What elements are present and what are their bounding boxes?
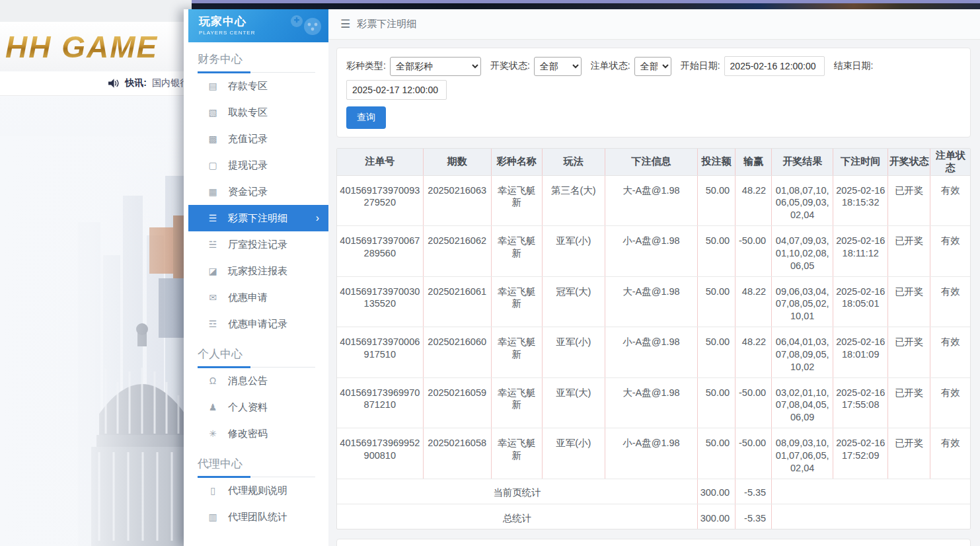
table-cell: 已开奖 (888, 175, 930, 226)
summary-label: 当前页统计 (337, 479, 698, 504)
table-cell: 亚军(小) (542, 226, 605, 277)
news-ticker: 快讯: 国内银行卡 (0, 71, 198, 96)
sidebar-item-label: 玩家投注报表 (228, 265, 287, 278)
table-cell: 大-A盘@1.98 (605, 377, 697, 428)
message-bell-icon: Ω (207, 375, 219, 386)
order-status-select[interactable]: 全部 (634, 57, 671, 76)
sidebar-item-promo-apply[interactable]: ✉优惠申请 (188, 284, 328, 311)
table-cell: 20250216060 (423, 327, 491, 378)
hall-bet-record-icon: ☱ (207, 239, 219, 250)
column-header: 彩种名称 (491, 149, 542, 175)
table-row: 40156917397009327952020250216063幸运飞艇新第三名… (337, 175, 970, 226)
withdraw-icon: ▧ (207, 107, 219, 118)
sidebar-item-recharge-record[interactable]: ▩充值记录 (188, 126, 328, 152)
promo-apply-icon: ✉ (207, 292, 219, 303)
column-header: 开奖结果 (772, 149, 833, 175)
column-header: 投注额 (698, 149, 735, 175)
change-password-gear-icon: ✳ (207, 428, 219, 439)
sidebar-item-agent-rules-doc[interactable]: ▯代理规则说明 (188, 477, 328, 504)
table-cell: 小-A盘@1.98 (605, 226, 697, 277)
table-cell: 亚军(大) (542, 377, 605, 428)
lottery-type-select[interactable]: 全部彩种 (390, 57, 481, 76)
table-cell: 2025-02-16 18:11:12 (833, 226, 888, 277)
table-cell: 50.00 (698, 327, 735, 378)
table-cell: 2025-02-16 17:52:09 (833, 428, 888, 479)
table-cell: 有效 (930, 226, 970, 277)
gamepad-icon (287, 13, 323, 38)
sidebar-item-label: 修改密码 (228, 428, 268, 440)
lottery-bet-detail-icon: ☰ (207, 213, 219, 223)
table-cell: 有效 (930, 327, 970, 378)
pagination-bar: 每页显示20条 共6条 首页 上一页 [1] 下一页 第 页 跳转 (336, 539, 971, 546)
lottery-type-label: 彩种类型: (346, 60, 386, 72)
table-cell: 401569173970093279520 (337, 175, 423, 226)
table-row: 40156917397000691751020250216060幸运飞艇新亚军(… (337, 327, 970, 378)
profile-user-icon: ♟ (207, 402, 219, 412)
sidebar-item-withdrawal-record[interactable]: ▢提现记录 (188, 152, 328, 178)
main-area: ☰ 彩票下注明细 彩种类型: 全部彩种 开奖状态: 全部 注单状 (328, 9, 980, 546)
table-cell: 2025-02-16 18:01:09 (833, 327, 888, 378)
table-cell: 大-A盘@1.98 (605, 276, 697, 327)
summary-bet-total: 300.00 (698, 504, 735, 529)
column-header: 输赢 (735, 149, 772, 175)
sidebar-item-agent-team-stats[interactable]: ▥代理团队统计 (188, 504, 328, 530)
end-date-input[interactable] (346, 80, 447, 100)
query-button[interactable]: 查询 (346, 106, 386, 129)
sidebar-item-label: 取款专区 (228, 106, 268, 119)
sidebar-item-lottery-bet-detail[interactable]: ☰彩票下注明细› (188, 205, 328, 231)
table-cell: 幸运飞艇新 (491, 327, 542, 378)
table-cell: 20250216062 (423, 226, 491, 277)
sidebar-section: 代理中心▯代理规则说明▥代理团队统计 (188, 456, 328, 530)
city-background-image (0, 96, 198, 546)
sidebar-item-promo-record[interactable]: ☲优惠申请记录 (188, 311, 328, 337)
order-status-label: 注单状态: (591, 60, 630, 72)
table-cell: 20250216063 (423, 175, 491, 226)
table-cell: 50.00 (698, 175, 735, 226)
background-top-strip (0, 0, 198, 22)
table-row: 40156917396997087121020250216059幸运飞艇新亚军(… (337, 377, 970, 428)
sidebar-item-hall-bet-record[interactable]: ☱厅室投注记录 (188, 231, 328, 258)
table-cell: 幸运飞艇新 (491, 226, 542, 277)
filter-card: 彩种类型: 全部彩种 开奖状态: 全部 注单状态: 全部 开始日期: (336, 48, 971, 137)
sidebar-item-label: 提现记录 (228, 159, 268, 172)
sidebar-item-label: 资金记录 (228, 186, 268, 198)
sidebar-item-player-bet-report[interactable]: ◪玩家投注报表 (188, 258, 328, 284)
table-cell: -50.00 (735, 226, 772, 277)
table-cell: 401569173969952900810 (337, 428, 423, 479)
table-cell: 有效 (930, 377, 970, 428)
sidebar-section-heading: 代理中心 (198, 456, 315, 477)
sidebar-item-label: 彩票下注明细 (228, 212, 287, 225)
sidebar-item-change-password-gear[interactable]: ✳修改密码 (188, 420, 328, 447)
summary-bet-total: 300.00 (698, 479, 735, 504)
hamburger-menu-icon[interactable]: ☰ (340, 17, 350, 31)
table-cell: -50.00 (735, 377, 772, 428)
table-row: 40156917397006728956020250216062幸运飞艇新亚军(… (337, 226, 970, 277)
column-header: 注单号 (337, 149, 423, 175)
sidebar-item-deposit[interactable]: ▤存款专区 (188, 73, 328, 99)
sidebar-section-heading: 个人中心 (198, 346, 315, 368)
table-cell: 冠军(大) (542, 276, 605, 327)
table-cell: 20250216059 (423, 377, 491, 428)
table-cell: 有效 (930, 276, 970, 327)
sidebar-item-withdraw[interactable]: ▧取款专区 (188, 99, 328, 126)
table-cell: 09,06,03,04,07,08,05,02,10,01 (772, 276, 833, 327)
table-cell: 401569173970067289560 (337, 226, 423, 277)
table-cell: 50.00 (698, 428, 735, 479)
draw-status-select[interactable]: 全部 (534, 57, 582, 76)
sidebar-item-profile-user[interactable]: ♟个人资料 (188, 394, 328, 420)
table-row: 40156917397003013552020250216061幸运飞艇新冠军(… (337, 276, 970, 327)
summary-winloss-total: -5.35 (735, 504, 772, 529)
table-cell: 亚军(小) (542, 327, 605, 378)
column-header: 下注时间 (833, 149, 888, 175)
sidebar-item-funds-record[interactable]: ▦资金记录 (188, 178, 328, 205)
table-cell: 50.00 (698, 276, 735, 327)
table-cell: 已开奖 (888, 428, 930, 479)
sidebar-item-label: 优惠申请 (228, 292, 268, 304)
sidebar-header: 玩家中心 PLAYERS CENTER (188, 9, 328, 42)
sidebar-sections: 财务中心▤存款专区▧取款专区▩充值记录▢提现记录▦资金记录☰彩票下注明细›☱厅室… (188, 52, 328, 530)
player-center-panel: 玩家中心 PLAYERS CENTER 财务中心▤存款专区▧取款专区▩充值记录▢… (184, 0, 980, 546)
table-cell: 04,07,09,03,01,10,02,08,06,05 (772, 226, 833, 277)
start-date-input[interactable] (724, 56, 825, 76)
table-cell: 48.22 (735, 276, 772, 327)
sidebar-item-message-bell[interactable]: Ω消息公告 (188, 368, 328, 394)
